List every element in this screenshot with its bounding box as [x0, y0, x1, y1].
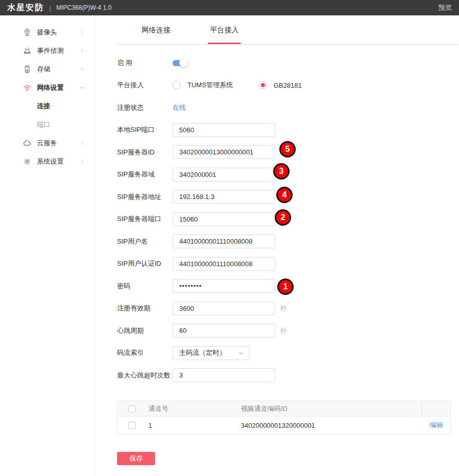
annotation-badge: 1	[277, 279, 294, 295]
action-cell: 编辑	[422, 421, 450, 430]
platform-label: 平台接入	[117, 81, 173, 90]
field-label: SIP用户认证ID	[117, 259, 173, 268]
password-row: 密码 1	[117, 279, 456, 293]
status-label: 注册状态	[117, 103, 173, 112]
field-label: SIP服务器ID	[117, 148, 173, 157]
cloud-icon	[23, 138, 32, 148]
camera-icon	[23, 28, 32, 37]
field-label: SIP用户名	[117, 237, 173, 246]
radio-label: TUMS管理系统	[187, 81, 233, 90]
heartbeat-period-row: 心跳周期 秒	[117, 324, 456, 338]
sidebar-item-network-settings[interactable]: 网络设置	[0, 78, 94, 97]
sip-server-id-row: SIP服务器ID 5	[117, 145, 456, 159]
field-label: 本地SIP端口	[117, 125, 173, 134]
heartbeat-period-input[interactable]	[173, 324, 275, 338]
chevron-right-icon	[79, 29, 85, 35]
stream-index-select[interactable]: 主码流（定时）	[173, 346, 250, 360]
sidebar-item-label: 摄像头	[37, 28, 57, 37]
sidebar-subitem-port[interactable]: 端口	[0, 115, 94, 134]
sip-username-input[interactable]	[173, 234, 275, 248]
platform-row: 平台接入 TUMS管理系统 GB28181	[117, 78, 456, 92]
sidebar: 摄像头 事件侦测 存储	[0, 15, 95, 476]
chevron-right-icon	[79, 140, 85, 146]
unit-label: 秒	[280, 304, 287, 313]
sidebar-subitem-connection[interactable]: 连接	[0, 97, 94, 115]
select-all-checkbox[interactable]	[128, 405, 136, 412]
preview-link[interactable]: 预览	[438, 3, 452, 12]
radio-gb28181[interactable]: GB28181	[259, 81, 302, 89]
field-label: 注册有效期	[117, 304, 173, 313]
field-label: 最大心跳超时次数	[117, 371, 173, 380]
sidebar-item-label: 事件侦测	[37, 46, 64, 55]
unit-label: 秒	[280, 326, 287, 335]
chevron-right-icon	[79, 66, 85, 72]
main-layout: 摄像头 事件侦测 存储	[0, 15, 459, 476]
sip-server-port-row: SIP服务器端口 2	[117, 212, 456, 226]
column-header-channel: 通道号	[148, 404, 241, 413]
annotation-badge: 4	[276, 187, 293, 203]
column-header-action	[422, 401, 450, 416]
radio-label: GB28181	[274, 82, 302, 89]
field-label: SIP服务器域	[117, 170, 173, 179]
encode-id-cell: 34020000001320000001	[241, 422, 422, 429]
device-model: MIPC368(P)W-4 1.0	[56, 4, 111, 11]
sip-username-row: SIP用户名	[117, 234, 456, 248]
tab-bar: 网络连接 平台接入	[95, 15, 459, 45]
radio-tums[interactable]: TUMS管理系统	[173, 81, 233, 90]
alarm-icon	[23, 46, 32, 55]
brand-logo: 水星安防	[7, 3, 44, 13]
sidebar-item-storage[interactable]: 存储	[0, 60, 94, 78]
table-header-row: 通道号 视频通道编码ID	[118, 401, 450, 417]
sidebar-item-camera[interactable]: 摄像头	[0, 23, 94, 42]
gear-icon	[23, 157, 32, 166]
radio-circle-icon	[173, 81, 181, 89]
status-row: 注册状态 在线	[117, 101, 456, 114]
annotation-badge: 3	[273, 163, 290, 180]
chevron-right-icon	[79, 158, 85, 165]
annotation-badge: 2	[275, 209, 291, 226]
sidebar-item-label: 存储	[37, 65, 50, 74]
column-header-encode-id: 视频通道编码ID	[241, 404, 422, 413]
annotation-badge: 5	[279, 141, 296, 157]
password-input[interactable]	[173, 279, 275, 293]
sidebar-item-cloud-service[interactable]: 云服务	[0, 134, 94, 152]
save-button[interactable]: 保存	[117, 452, 155, 465]
row-checkbox[interactable]	[128, 422, 136, 429]
enable-row: 启 用	[117, 56, 456, 70]
table-row: 1 34020000001320000001 编辑	[118, 417, 450, 434]
sip-auth-id-input[interactable]	[173, 257, 275, 271]
sip-server-domain-input[interactable]	[173, 168, 275, 182]
register-validity-input[interactable]	[173, 302, 275, 315]
field-label: 密码	[117, 282, 173, 291]
channel-cell: 1	[148, 422, 241, 429]
enable-toggle[interactable]	[173, 60, 188, 66]
tab-platform-access[interactable]: 平台接入	[210, 15, 239, 45]
local-sip-port-input[interactable]	[173, 123, 275, 137]
sip-server-port-input[interactable]	[173, 212, 275, 226]
sidebar-item-event-detection[interactable]: 事件侦测	[0, 42, 94, 60]
sip-auth-id-row: SIP用户认证ID	[117, 257, 456, 271]
edit-link[interactable]: 编辑	[430, 421, 443, 429]
max-heartbeat-timeout-input[interactable]	[173, 368, 275, 382]
sip-server-domain-row: SIP服务器域 3	[117, 168, 456, 182]
toggle-knob	[179, 58, 189, 68]
chevron-down-icon	[79, 85, 85, 91]
enable-label: 启 用	[117, 58, 173, 68]
main-panel: 网络连接 平台接入 启 用 平台接入 TUMS管理系统 GB28181	[95, 15, 459, 476]
storage-icon	[23, 65, 32, 74]
field-label: 码流索引	[117, 348, 173, 358]
sidebar-item-label: 网络设置	[37, 83, 64, 92]
sip-server-id-input[interactable]	[173, 145, 275, 159]
wifi-icon	[23, 83, 32, 92]
select-value: 主码流（定时）	[179, 348, 226, 358]
register-validity-row: 注册有效期 秒	[117, 302, 456, 315]
sidebar-item-system-settings[interactable]: 系统设置	[0, 152, 94, 171]
row-checkbox-cell	[118, 422, 148, 429]
tab-network-connection[interactable]: 网络连接	[142, 15, 170, 45]
platform-access-form: 启 用 平台接入 TUMS管理系统 GB28181 注册状态 在线	[95, 45, 459, 465]
radio-circle-icon	[259, 81, 267, 89]
sip-server-address-input[interactable]	[173, 190, 275, 204]
header-checkbox-cell	[118, 405, 148, 412]
sip-server-address-row: SIP服务器地址 4	[117, 190, 456, 204]
chevron-down-icon	[238, 350, 244, 356]
